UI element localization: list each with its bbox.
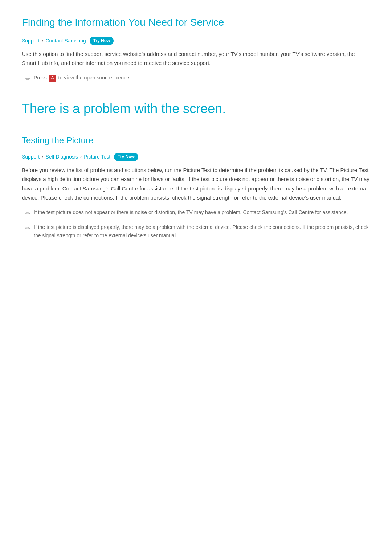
testing-note-2-text: If the test picture is displayed properl…: [34, 223, 370, 239]
screen-problem-title: There is a problem with the screen.: [22, 98, 370, 119]
try-now-badge-finding[interactable]: Try Now: [90, 37, 114, 45]
testing-note-1: ✏ If the test picture does not appear or…: [22, 208, 370, 218]
finding-info-breadcrumb: Support › Contact Samsung Try Now: [22, 37, 370, 45]
testing-picture-title: Testing the Picture: [22, 134, 370, 147]
key-a-badge: A: [49, 75, 56, 82]
finding-info-note-text: Press A to view the open source licence.: [34, 74, 131, 82]
pencil-icon-2: ✏: [25, 209, 30, 218]
pencil-icon-1: ✏: [25, 74, 30, 84]
testing-picture-section: Testing the Picture Support › Self Diagn…: [22, 134, 370, 239]
breadcrumb-support[interactable]: Support: [22, 37, 40, 45]
breadcrumb-picture-test[interactable]: Picture Test: [84, 153, 110, 161]
breadcrumb-contact-samsung[interactable]: Contact Samsung: [45, 37, 86, 45]
breadcrumb-separator-3: ›: [80, 153, 82, 161]
breadcrumb-separator-1: ›: [42, 37, 43, 45]
finding-info-section: Finding the Information You Need for Ser…: [22, 15, 370, 84]
screen-problem-section: There is a problem with the screen.: [22, 98, 370, 119]
pencil-icon-3: ✏: [25, 224, 30, 233]
try-now-badge-picture[interactable]: Try Now: [114, 153, 138, 161]
finding-info-body: Use this option to find the support serv…: [22, 49, 370, 68]
testing-note-1-text: If the test picture does not appear or t…: [34, 208, 348, 216]
finding-info-note: ✏ Press A to view the open source licenc…: [22, 74, 370, 84]
breadcrumb-support-2[interactable]: Support: [22, 153, 40, 161]
finding-info-title: Finding the Information You Need for Ser…: [22, 15, 370, 31]
breadcrumb-separator-2: ›: [42, 153, 43, 161]
testing-picture-breadcrumb: Support › Self Diagnosis › Picture Test …: [22, 153, 370, 161]
breadcrumb-self-diagnosis[interactable]: Self Diagnosis: [45, 153, 78, 161]
testing-note-2: ✏ If the test picture is displayed prope…: [22, 223, 370, 239]
testing-picture-body: Before you review the list of problems a…: [22, 165, 370, 202]
